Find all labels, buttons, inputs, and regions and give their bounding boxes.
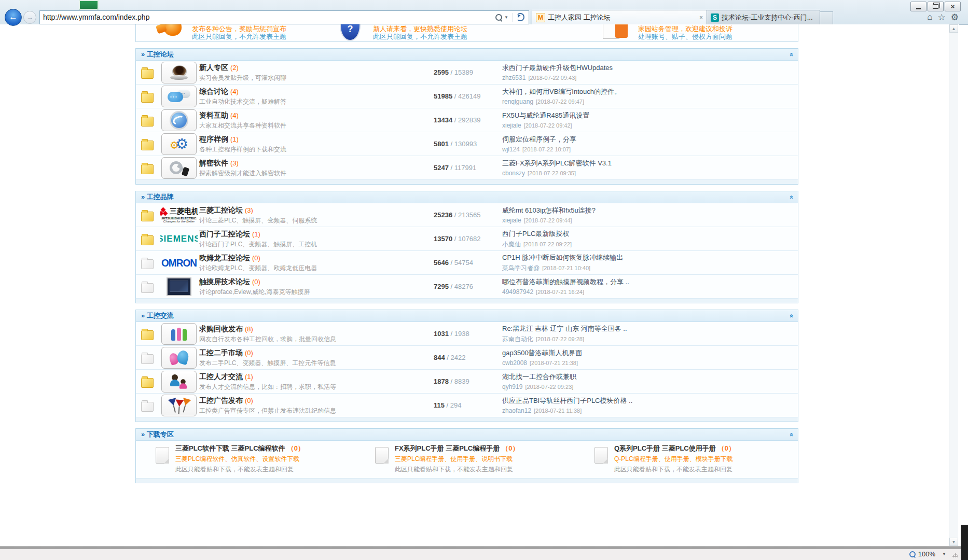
- forum-name-link[interactable]: 综合讨论: [199, 87, 228, 95]
- home-icon[interactable]: ⌂: [927, 12, 932, 22]
- search-icon[interactable]: [495, 14, 502, 21]
- download-title-link[interactable]: FX系列PLC手册 三菱PLC编程手册（0）: [395, 444, 519, 453]
- coffee-icon[interactable]: [161, 62, 197, 83]
- forum-name-link[interactable]: 欧姆龙工控论坛: [199, 254, 250, 262]
- collapse-icon[interactable]: »: [787, 52, 795, 56]
- topic-count: 51985: [434, 92, 452, 100]
- keys-icon[interactable]: [161, 157, 197, 179]
- forward-button[interactable]: →: [23, 11, 36, 24]
- notice-link[interactable]: 发布各种公告，奖励与惩罚宣布: [192, 25, 286, 33]
- forum-name-link[interactable]: 三菱工控论坛: [199, 206, 243, 214]
- url-text[interactable]: http://www.ymmfa.com/index.php: [43, 13, 494, 21]
- last-post-author[interactable]: xiejiale: [502, 122, 521, 129]
- download-title-link[interactable]: Q系列PLC手册 三菱PLC使用手册（0）: [614, 444, 735, 453]
- last-post-title[interactable]: FX5U与威纶通R485通讯设置: [502, 111, 794, 120]
- vertical-scrollbar[interactable]: ▲ ▼: [949, 24, 958, 546]
- zoom-control[interactable]: 100% ▼: [909, 550, 946, 558]
- balloons-icon[interactable]: [161, 347, 197, 369]
- last-post-title[interactable]: 哪位有普洛菲斯的触摸屏视频教程，分享 ..: [502, 277, 794, 287]
- forum-row: 求购回收发布(8)网友自行发布各种工控回收，求购，批量回收信息1031 / 19…: [136, 322, 798, 345]
- download-sublink[interactable]: Q-PLC编程手册、使用手册、模块手册下载: [614, 455, 735, 464]
- omron-icon[interactable]: OMRON: [160, 252, 198, 274]
- forum-name-link[interactable]: 求购回收发布: [199, 325, 243, 333]
- last-post-author[interactable]: zhaofan12: [502, 407, 531, 414]
- touchscreen-icon[interactable]: [160, 276, 198, 298]
- star-icon[interactable]: ☆: [938, 12, 946, 23]
- tab-tech-forum[interactable]: S 技术论坛-工业支持中心-西门...: [707, 10, 820, 24]
- section-title[interactable]: » 工控交流: [141, 311, 174, 320]
- download-sublink[interactable]: 三菱PLC编程手册、使用手册、说明书下载: [395, 455, 519, 464]
- last-post-author[interactable]: xiejiale: [502, 217, 521, 224]
- globe-icon[interactable]: [161, 109, 197, 131]
- last-post-title[interactable]: 湖北找一工控合作或兼职: [502, 372, 794, 382]
- forum-name-link[interactable]: 触摸屏技术论坛: [199, 277, 250, 286]
- section-title[interactable]: » 工控品牌: [141, 192, 174, 202]
- last-post-author[interactable]: zhz6531: [502, 74, 526, 81]
- back-button[interactable]: ←: [5, 9, 22, 26]
- notice-link[interactable]: 新人请来看，更快熟悉使用论坛: [373, 25, 467, 33]
- forum-name-link[interactable]: 资料互助: [199, 111, 228, 119]
- last-post-author[interactable]: 494987942: [502, 288, 533, 296]
- new-post-count: (3): [230, 159, 239, 167]
- zoom-level[interactable]: 100%: [918, 550, 935, 558]
- collapse-icon[interactable]: »: [787, 314, 795, 317]
- mitsubishi-icon[interactable]: 三菱电机MITSUBISHI ELECTRICChanges for the B…: [160, 204, 198, 226]
- forum-title-line: 西门子工控论坛(1): [199, 229, 426, 239]
- forum-name-link[interactable]: 工控二手市场: [199, 348, 243, 357]
- gear-icon[interactable]: ⚙: [951, 12, 959, 23]
- gears-icon[interactable]: ⚙⚙: [161, 133, 197, 155]
- forum-name-link[interactable]: 新人专区: [199, 63, 228, 72]
- last-post-title[interactable]: 三菱FX系列A系列PLC解密软件 V3.1: [502, 159, 794, 168]
- download-sublink[interactable]: 三菱PLC编程软件、仿真软件、设置软件下载: [175, 455, 305, 464]
- last-post-title[interactable]: 求西门子最新硬件升级包HWUpdates: [502, 63, 794, 73]
- twopeople-icon[interactable]: [161, 371, 197, 393]
- download-title-link[interactable]: 三菱PLC软件下载 三菱PLC编程软件（0）: [175, 444, 305, 453]
- refresh-icon[interactable]: [516, 13, 524, 21]
- last-post-author[interactable]: 小魔仙: [502, 241, 521, 248]
- forum-name-link[interactable]: 工控人才交流: [199, 372, 243, 381]
- forum-name-link[interactable]: 工控广告发布: [199, 396, 243, 404]
- last-post-author[interactable]: 菜鸟学习者@: [502, 264, 540, 272]
- section-title[interactable]: » 工控论坛: [141, 50, 174, 59]
- collapse-icon[interactable]: »: [787, 195, 795, 199]
- last-post-title[interactable]: 威纶mt 6103ip怎样和fx5u连接?: [502, 206, 794, 215]
- post-count: 48276: [454, 283, 473, 290]
- last-post-author[interactable]: qyh919: [502, 383, 522, 390]
- last-post-author[interactable]: wjl124: [502, 146, 520, 153]
- forum-name-link[interactable]: 程序样例: [199, 135, 228, 143]
- last-post-title[interactable]: 供应正品TBI导轨丝杆西门子PLC模块价格 ..: [502, 396, 794, 405]
- notice-subtext[interactable]: 处理账号、贴子、侵权方面问题: [638, 33, 732, 40]
- last-post-title[interactable]: gap3500普洛菲斯人机界面: [502, 348, 794, 358]
- new-tab-button[interactable]: [820, 11, 833, 24]
- last-post-title[interactable]: 伺服定位程序例子，分享: [502, 135, 794, 144]
- last-post-author[interactable]: 苏南自动化: [502, 335, 533, 343]
- resize-grip[interactable]: [952, 552, 958, 557]
- person-body: [179, 383, 187, 388]
- tab-close-icon[interactable]: ×: [699, 14, 703, 21]
- last-post-title[interactable]: Re:黑龙江 吉林 辽宁 山东 河南等全国各 ..: [502, 324, 794, 333]
- forum-name-link[interactable]: 西门子工控论坛: [199, 230, 250, 238]
- forum-name-link[interactable]: 解密软件: [199, 159, 228, 167]
- scroll-down-icon[interactable]: ▼: [949, 538, 958, 546]
- notice-link[interactable]: 家园站务管理，欢迎建议和投诉: [638, 25, 732, 33]
- topic-count: 13570: [434, 235, 452, 243]
- chevron-down-icon[interactable]: ▼: [504, 15, 508, 20]
- last-post-author[interactable]: renqiguang: [502, 98, 533, 105]
- zoom-caret-icon[interactable]: ▼: [942, 552, 946, 556]
- last-post-author[interactable]: cwb2008: [502, 359, 527, 367]
- siemens-icon[interactable]: SIEMENS: [160, 228, 198, 250]
- last-post-title[interactable]: CP1H 脉冲中断后如何恢复脉冲继续输出: [502, 253, 794, 262]
- cloudchat-icon[interactable]: [161, 86, 197, 107]
- people-icon[interactable]: [161, 323, 197, 345]
- tab-forum-home[interactable]: M 工控人家园 工控论坛 ×: [532, 10, 707, 24]
- last-post-title[interactable]: 西门子PLC最新版授权: [502, 229, 794, 239]
- notice-subtext[interactable]: 此区只能回复，不允许发表主题: [373, 33, 467, 40]
- section-title[interactable]: » 下载专区: [141, 430, 174, 439]
- address-bar[interactable]: http://www.ymmfa.com/index.php ▼: [39, 10, 529, 24]
- scroll-up-icon[interactable]: ▲: [949, 24, 958, 33]
- notice-subtext[interactable]: 此区只能回复，不允许发表主题: [192, 33, 286, 40]
- cocktail-icon[interactable]: [161, 395, 197, 416]
- last-post-author[interactable]: cbonszy: [502, 170, 525, 177]
- collapse-icon[interactable]: »: [787, 432, 795, 436]
- last-post-title[interactable]: 大神们，如何用VB编写Intouch的控件。: [502, 87, 794, 96]
